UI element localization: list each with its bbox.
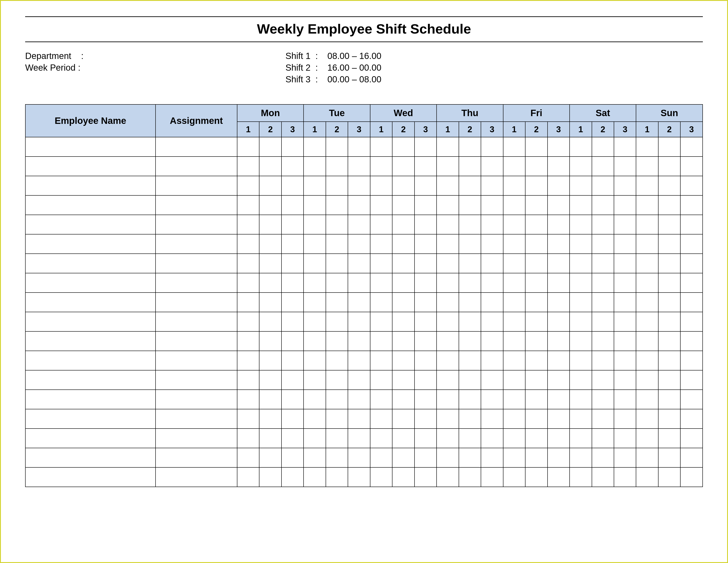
cell-shift <box>459 176 481 195</box>
cell-shift <box>570 332 592 351</box>
cell-shift <box>592 254 614 273</box>
table-row <box>25 467 703 487</box>
cell-shift <box>658 195 680 215</box>
cell-shift <box>237 448 259 467</box>
shift1-label-text: Shift 1 <box>285 51 310 61</box>
cell-shift <box>525 137 547 156</box>
cell-shift <box>636 293 658 312</box>
cell-shift <box>592 156 614 176</box>
cell-shift <box>392 448 414 467</box>
cell-shift <box>503 254 525 273</box>
cell-shift <box>392 429 414 448</box>
cell-shift <box>370 409 392 429</box>
cell-shift <box>658 448 680 467</box>
cell-shift <box>548 409 570 429</box>
cell-shift <box>437 370 459 390</box>
cell-shift <box>237 137 259 156</box>
cell-shift <box>481 351 503 370</box>
table-row <box>25 448 703 467</box>
page-title: Weekly Employee Shift Schedule <box>25 21 703 37</box>
cell-shift <box>548 215 570 234</box>
col-subshift: 2 <box>459 122 481 137</box>
cell-shift <box>658 273 680 293</box>
cell-shift <box>548 370 570 390</box>
cell-shift <box>259 409 281 429</box>
cell-shift <box>304 390 326 409</box>
cell-shift <box>592 332 614 351</box>
cell-shift <box>348 156 370 176</box>
cell-shift <box>304 254 326 273</box>
shift2-label: Shift 2 : <box>285 63 327 73</box>
col-subshift: 3 <box>680 122 703 137</box>
table-row <box>25 254 703 273</box>
cell-shift <box>658 176 680 195</box>
cell-shift <box>437 195 459 215</box>
cell-assignment <box>156 137 237 156</box>
cell-shift <box>259 137 281 156</box>
meta-left-blank <box>25 74 285 84</box>
cell-shift <box>437 429 459 448</box>
cell-shift <box>548 467 570 487</box>
cell-shift <box>658 467 680 487</box>
cell-shift <box>259 332 281 351</box>
cell-shift <box>548 332 570 351</box>
col-subshift: 3 <box>548 122 570 137</box>
department-value <box>87 51 285 61</box>
cell-shift <box>437 351 459 370</box>
cell-employee-name <box>25 409 156 429</box>
cell-shift <box>259 234 281 254</box>
cell-assignment <box>156 176 237 195</box>
cell-shift <box>525 293 547 312</box>
cell-shift <box>459 448 481 467</box>
cell-shift <box>259 273 281 293</box>
cell-shift <box>437 448 459 467</box>
cell-shift <box>680 215 703 234</box>
cell-shift <box>392 254 414 273</box>
cell-shift <box>525 234 547 254</box>
cell-employee-name <box>25 195 156 215</box>
cell-shift <box>481 312 503 332</box>
cell-shift <box>525 467 547 487</box>
cell-shift <box>481 176 503 195</box>
cell-shift <box>437 156 459 176</box>
cell-shift <box>680 254 703 273</box>
cell-shift <box>570 234 592 254</box>
cell-shift <box>237 195 259 215</box>
cell-shift <box>636 137 658 156</box>
cell-shift <box>370 254 392 273</box>
cell-shift <box>658 254 680 273</box>
cell-shift <box>525 176 547 195</box>
cell-shift <box>680 390 703 409</box>
cell-shift <box>348 234 370 254</box>
cell-shift <box>459 467 481 487</box>
cell-shift <box>304 293 326 312</box>
col-subshift: 3 <box>481 122 503 137</box>
cell-shift <box>503 370 525 390</box>
cell-shift <box>304 234 326 254</box>
department-label: Department : <box>25 51 87 61</box>
table-row <box>25 176 703 195</box>
cell-shift <box>281 234 304 254</box>
cell-shift <box>680 234 703 254</box>
cell-shift <box>281 390 304 409</box>
cell-employee-name <box>25 234 156 254</box>
cell-shift <box>459 332 481 351</box>
cell-shift <box>614 176 636 195</box>
cell-shift <box>326 137 348 156</box>
cell-shift <box>326 332 348 351</box>
cell-shift <box>459 137 481 156</box>
cell-employee-name <box>25 176 156 195</box>
cell-shift <box>259 312 281 332</box>
cell-shift <box>592 137 614 156</box>
cell-shift <box>370 448 392 467</box>
shift1: Shift 1 : 08.00 – 16.00 <box>285 51 381 61</box>
cell-shift <box>326 351 348 370</box>
cell-shift <box>326 273 348 293</box>
cell-shift <box>370 390 392 409</box>
cell-shift <box>437 390 459 409</box>
cell-shift <box>304 467 326 487</box>
cell-shift <box>437 312 459 332</box>
cell-shift <box>636 448 658 467</box>
cell-shift <box>481 137 503 156</box>
cell-shift <box>503 234 525 254</box>
